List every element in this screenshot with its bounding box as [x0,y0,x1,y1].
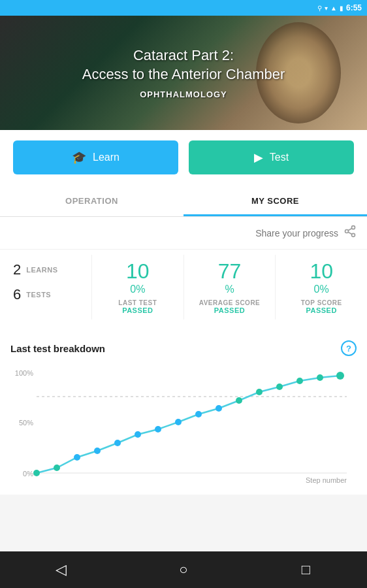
svg-text:Step number: Step number [306,476,347,484]
svg-point-26 [336,372,344,380]
svg-point-11 [33,470,40,476]
home-nav-button[interactable]: ○ [168,554,199,585]
hero-banner: Cataract Part 2:Access to the Anterior C… [0,16,367,130]
svg-point-20 [215,405,222,412]
learns-count: 2 [13,261,21,278]
share-text: Share your progress [255,228,338,238]
svg-point-23 [276,384,283,390]
chart-title: Last test breakdown [10,343,105,354]
share-icon[interactable] [343,225,357,241]
svg-point-21 [236,397,242,404]
svg-point-14 [94,448,101,454]
status-bar: ⚲ ▾ ▲ ▮ 6:55 [0,0,367,16]
average-score-pct: % [225,283,234,295]
chart-area: 100% 50% 0% Step number [10,367,357,484]
tests-label: TESTS [26,291,51,299]
svg-point-16 [135,431,141,438]
svg-point-24 [296,378,303,384]
svg-text:50%: 50% [19,419,33,427]
svg-line-4 [348,228,352,230]
svg-point-0 [352,226,355,229]
test-label: Test [270,152,289,163]
recent-nav-button[interactable]: □ [290,554,321,585]
tabs-row: OPERATION MY SCORE [0,185,367,217]
svg-point-13 [74,454,80,461]
learns-label: LEARNS [26,266,57,274]
last-test-label: LAST TEST [118,299,157,306]
average-score-label: AVERAGE SCORE [199,299,261,306]
hero-subtitle: OPHTHALMOLOGY [140,90,227,99]
learn-button[interactable]: 🎓 Learn [13,140,178,174]
average-score-number: 77 [218,260,242,283]
top-score-pct: 0% [314,283,329,295]
wifi-icon: ▾ [325,5,328,12]
tab-operation[interactable]: OPERATION [0,185,184,216]
svg-text:100%: 100% [15,369,33,377]
last-test-pct: 0% [130,283,145,295]
chart-section: Last test breakdown ? 100% 50% 0% Step n… [0,330,367,495]
score-cards: 10 0% LAST TEST PASSED 77 % AVERAGE SCOR… [91,255,367,319]
learn-icon: 🎓 [72,150,86,165]
svg-point-17 [155,426,161,433]
svg-point-18 [175,419,182,425]
top-score-card: 10 0% TOP SCORE PASSED [276,255,367,319]
last-test-number: 10 [126,260,150,283]
svg-point-1 [345,230,349,233]
svg-line-3 [348,232,352,234]
back-nav-button[interactable]: ◁ [46,554,77,585]
bottom-nav: ◁ ○ □ [0,551,367,588]
last-test-status: PASSED [122,306,153,314]
top-score-number: 10 [310,260,333,283]
tests-count: 6 [13,286,21,303]
location-icon: ⚲ [317,5,322,12]
tests-row: 6 TESTS [13,286,78,303]
signal-icon: ▲ [330,5,337,12]
learns-tests-panel: 2 LEARNS 6 TESTS [0,255,91,319]
learns-row: 2 LEARNS [13,261,78,278]
top-score-label: TOP SCORE [301,299,342,306]
status-icons: ⚲ ▾ ▲ ▮ 6:55 [317,3,362,12]
svg-point-12 [54,465,60,471]
learn-label: Learn [93,152,120,163]
share-row: Share your progress [0,217,367,249]
chart-svg: 100% 50% 0% Step number [10,367,357,484]
svg-point-22 [256,389,263,395]
stats-container: 2 LEARNS 6 TESTS 10 0% LAST TEST PASSED … [0,249,367,325]
action-buttons-row: 🎓 Learn ▶ Test [0,130,367,185]
average-score-status: PASSED [214,306,245,314]
svg-point-19 [195,411,202,417]
svg-point-25 [317,374,323,381]
help-button[interactable]: ? [341,340,357,356]
chart-header: Last test breakdown ? [10,340,357,356]
clock: 6:55 [346,3,362,12]
play-icon: ▶ [254,150,263,165]
last-test-card: 10 0% LAST TEST PASSED [92,255,184,319]
battery-icon: ▮ [340,5,343,12]
svg-text:0%: 0% [23,470,33,478]
top-score-status: PASSED [306,306,336,314]
svg-point-15 [114,440,121,446]
svg-point-2 [352,233,355,237]
average-score-card: 77 % AVERAGE SCORE PASSED [184,255,276,319]
tab-my-score[interactable]: MY SCORE [184,185,367,216]
my-score-content: Share your progress 2 LEARNS 6 TESTS 10 [0,217,367,495]
hero-title: Cataract Part 2:Access to the Anterior C… [82,46,285,84]
test-button[interactable]: ▶ Test [189,140,354,174]
